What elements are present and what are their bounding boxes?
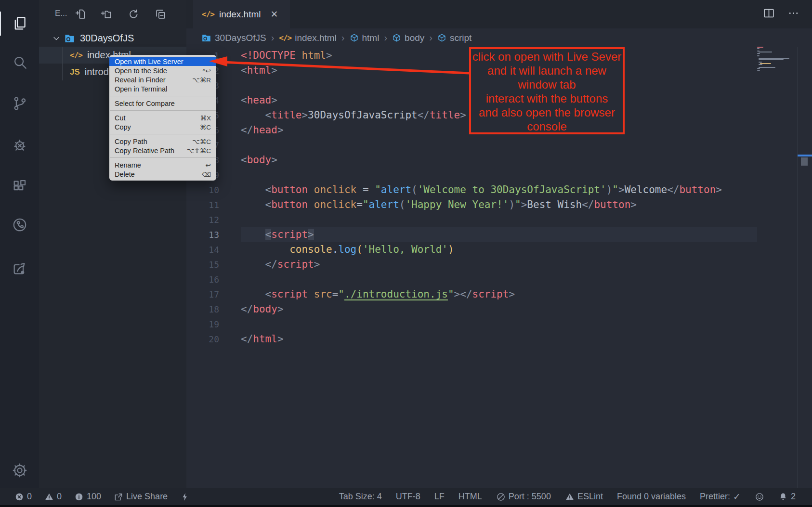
status-label: Found 0 variables xyxy=(617,492,686,502)
refresh-icon xyxy=(128,8,140,20)
menu-item-shortcut: ⌥⌘R xyxy=(192,76,211,84)
tree-item-30DaysOfJS[interactable]: 30DaysOfJS xyxy=(39,30,186,47)
status-0[interactable]: 0 xyxy=(44,492,62,502)
menu-item-shortcut: ⌥⇧⌘C xyxy=(187,147,211,155)
menu-item-rename[interactable]: Rename↩ xyxy=(109,160,216,169)
symbol-cube-icon xyxy=(392,33,401,42)
folder-icon xyxy=(64,33,75,44)
breadcrumb-item-html[interactable]: html xyxy=(350,33,380,43)
warning-icon xyxy=(44,492,54,502)
new-folder-icon[interactable] xyxy=(100,8,113,21)
breadcrumb-label: index.html xyxy=(295,33,337,43)
tab-index-html[interactable]: </> index.html ✕ xyxy=(193,0,290,28)
breadcrumb-label: 30DaysOfJS xyxy=(215,33,266,43)
scrollbar-gutter-line xyxy=(798,47,798,488)
activity-bar-item-search[interactable] xyxy=(0,46,39,78)
status-tab-size-4[interactable]: Tab Size: 4 xyxy=(339,492,382,502)
menu-item-shortcut: ^↩ xyxy=(202,67,211,75)
code-line-6: 6</head> xyxy=(186,123,812,138)
activity-bar-item-live-share-circle[interactable] xyxy=(0,209,39,241)
code-line-1: 1<!DOCTYPE html> xyxy=(186,48,812,63)
line-number: 15 xyxy=(186,257,219,272)
activity-bar-item-publish[interactable] xyxy=(0,252,39,284)
refresh-icon[interactable] xyxy=(128,8,140,21)
code-text: <html> xyxy=(241,63,277,78)
status-label: HTML xyxy=(458,492,482,502)
status-eslint[interactable]: ESLint xyxy=(565,492,603,502)
bottom-strip xyxy=(0,505,812,507)
code-line-3: 3 xyxy=(186,78,812,93)
code-line-15: 15 </script> xyxy=(186,257,812,272)
status-prettier[interactable]: Prettier:✓ xyxy=(700,491,741,502)
more-actions-icon[interactable] xyxy=(787,7,799,21)
overview-ruler-marker xyxy=(798,155,812,156)
menu-item-shortcut: ⌘C xyxy=(200,123,211,131)
live-share-status-icon xyxy=(114,492,123,502)
code-text: <body> xyxy=(241,153,277,168)
info-icon xyxy=(74,492,84,502)
status-port-5500[interactable]: Port : 5500 xyxy=(496,492,551,502)
menu-item-open-in-terminal[interactable]: Open in Terminal xyxy=(109,84,216,93)
line-number: 19 xyxy=(186,317,219,332)
breadcrumb-item-script[interactable]: script xyxy=(437,33,471,43)
minimap[interactable] xyxy=(757,47,798,76)
breadcrumb-item-index-html[interactable]: </>index.html xyxy=(279,33,337,43)
explorer-title: E... xyxy=(55,9,67,18)
menu-separator xyxy=(110,110,216,111)
menu-item-reveal-in-finder[interactable]: Reveal in Finder⌥⌘R xyxy=(109,75,216,84)
menu-item-cut[interactable]: Cut⌘X xyxy=(109,113,216,122)
minimap-line xyxy=(757,55,760,56)
activity-bar-item-source-control[interactable] xyxy=(0,88,39,119)
activity-bar-item-extensions[interactable] xyxy=(0,170,39,202)
symbol-cube-icon xyxy=(437,33,446,42)
status-utf-8[interactable]: UTF-8 xyxy=(396,492,420,502)
status-lf[interactable]: LF xyxy=(434,492,445,502)
status-html[interactable]: HTML xyxy=(458,492,482,502)
status-smiley-icon[interactable] xyxy=(755,492,764,502)
status-live-share[interactable]: Live Share xyxy=(114,492,168,502)
tab-close-icon[interactable]: ✕ xyxy=(271,9,278,20)
menu-item-label: Cut xyxy=(115,114,126,122)
menu-separator xyxy=(110,96,216,96)
split-editor-icon[interactable] xyxy=(763,7,775,21)
breadcrumb-item-30DaysOfJS[interactable]: 30DaysOfJS xyxy=(201,33,266,43)
menu-item-copy-path[interactable]: Copy Path⌥⌘C xyxy=(109,137,216,146)
html-file-icon: </> xyxy=(279,33,291,42)
minimap-line xyxy=(759,67,775,68)
menu-item-select-for-compare[interactable]: Select for Compare xyxy=(109,99,216,108)
collapse-all-icon[interactable] xyxy=(155,8,167,21)
minimap-line xyxy=(759,52,772,52)
js-file-icon: JS xyxy=(70,67,80,77)
menu-item-open-to-the-side[interactable]: Open to the Side^↩ xyxy=(109,66,216,75)
menu-separator xyxy=(110,157,216,158)
html-file-icon: </> xyxy=(202,10,214,19)
menu-item-open-with-live-server[interactable]: Open with Live Server xyxy=(109,57,216,66)
new-file-icon[interactable] xyxy=(75,8,87,21)
activity-bar-item-settings[interactable] xyxy=(0,455,39,486)
activity-bar-item-explorer[interactable] xyxy=(0,8,39,39)
scrollbar-thumb[interactable] xyxy=(801,157,808,166)
menu-item-copy[interactable]: Copy⌘C xyxy=(109,122,216,131)
status-found-0-variables[interactable]: Found 0 variables xyxy=(617,492,686,502)
smiley-icon xyxy=(755,492,764,502)
menu-item-label: Open in Terminal xyxy=(115,85,167,93)
code-text: <title>30DaysOfJavaScript</title> xyxy=(241,108,466,123)
breadcrumb-label: script xyxy=(450,33,471,43)
collapse-all-icon xyxy=(155,8,167,20)
code-line-18: 18</body> xyxy=(186,302,812,317)
status-bolt-icon[interactable] xyxy=(180,492,190,502)
breadcrumb-item-body[interactable]: body xyxy=(392,33,424,43)
status-0[interactable]: 0 xyxy=(14,492,32,502)
menu-item-label: Open to the Side xyxy=(115,67,167,75)
status-2[interactable]: 2 xyxy=(778,492,796,502)
status-100[interactable]: 100 xyxy=(74,492,101,502)
menu-item-label: Rename xyxy=(115,161,141,169)
line-number: 20 xyxy=(186,332,219,347)
breadcrumb-separator: › xyxy=(271,32,275,43)
search-icon xyxy=(12,54,28,70)
menu-item-delete[interactable]: Delete⌫ xyxy=(109,169,216,179)
menu-item-copy-relative-path[interactable]: Copy Relative Path⌥⇧⌘C xyxy=(109,146,216,155)
activity-bar-item-debug[interactable] xyxy=(0,129,39,161)
code-editor[interactable]: 1<!DOCTYPE html>2<html>34<head>5 <title>… xyxy=(186,47,812,488)
breadcrumb: 30DaysOfJS›</>index.html›html›body›scrip… xyxy=(186,28,812,47)
